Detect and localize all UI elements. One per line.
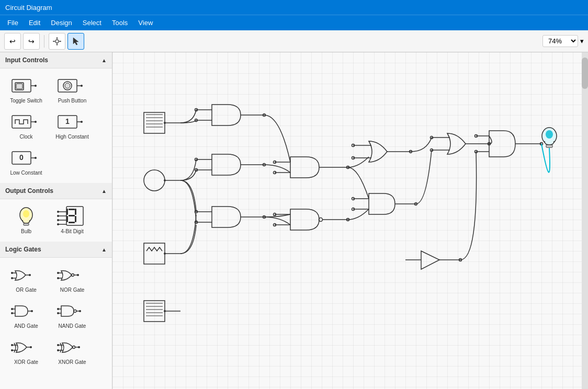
undo-button[interactable]: ↩ — [4, 33, 21, 50]
svg-point-37 — [57, 211, 59, 213]
svg-point-79 — [78, 346, 80, 348]
component-clock[interactable]: Clock — [5, 110, 47, 142]
sidebar: Input Controls ▲ Toggle Switch — [0, 52, 112, 389]
svg-point-157 — [546, 130, 553, 139]
and-gate-label: AND Gate — [14, 323, 38, 329]
svg-point-51 — [57, 272, 59, 274]
svg-point-53 — [77, 274, 79, 276]
svg-rect-26 — [69, 209, 75, 210]
input-controls-content: Toggle Switch Push Button — [0, 68, 112, 183]
circuit-canvas[interactable] — [112, 52, 588, 389]
low-constant-icon: 0 — [10, 148, 42, 169]
logic-gates-header[interactable]: Logic Gates ▲ — [0, 242, 112, 258]
low-constant-label: Low Constant — [10, 170, 42, 176]
svg-point-24 — [23, 210, 29, 218]
output-controls-content: Bulb — [0, 199, 112, 242]
nand-gate-icon — [56, 301, 88, 322]
output-controls-header[interactable]: Output Controls ▲ — [0, 183, 112, 199]
input-controls-header[interactable]: Input Controls ▲ — [0, 52, 112, 68]
clock-label: Clock — [19, 134, 32, 140]
svg-rect-3 — [16, 84, 22, 89]
toggle-switch-label: Toggle Switch — [10, 98, 42, 104]
svg-rect-30 — [66, 216, 68, 222]
component-xnor-gate[interactable]: XNOR Gate — [51, 335, 93, 367]
svg-point-78 — [57, 349, 59, 351]
component-nand-gate[interactable]: NAND Gate — [51, 299, 93, 331]
component-high-constant[interactable]: 1 High Constant — [51, 110, 93, 142]
svg-point-39 — [57, 219, 59, 221]
svg-point-90 — [164, 253, 166, 255]
svg-point-88 — [164, 179, 166, 181]
svg-point-0 — [55, 40, 59, 43]
high-constant-icon: 1 — [56, 112, 88, 133]
svg-point-21 — [35, 157, 37, 159]
svg-rect-23 — [24, 223, 29, 225]
component-xor-gate[interactable]: XOR Gate — [5, 335, 47, 367]
component-4bit-digit[interactable]: 4-Bit Digit — [51, 204, 93, 236]
component-and-gate[interactable]: AND Gate — [5, 299, 47, 331]
high-constant-label: High Constant — [55, 134, 88, 140]
push-button-icon — [56, 76, 88, 97]
or-gate-label: OR Gate — [16, 287, 36, 293]
zoom-chevron: ▾ — [580, 37, 584, 45]
4bit-digit-icon — [56, 207, 88, 227]
bulb-icon — [10, 207, 42, 227]
input-box-1 — [144, 112, 165, 133]
svg-point-5 — [35, 85, 37, 87]
input-controls-label: Input Controls — [5, 56, 48, 64]
or-gate-icon — [10, 265, 42, 286]
svg-rect-27 — [75, 209, 76, 215]
output-controls-chevron: ▲ — [101, 188, 107, 194]
bulb-label: Bulb — [21, 228, 31, 234]
menu-select[interactable]: Select — [77, 17, 107, 29]
svg-point-40 — [57, 223, 59, 225]
component-low-constant[interactable]: 0 Low Constant — [5, 146, 47, 178]
toolbar: ↩ ↪ 74% 50% 75% 100% 125% 150% ▾ — [0, 30, 588, 52]
menu-view[interactable]: View — [133, 17, 158, 29]
main-layout: Input Controls ▲ Toggle Switch — [0, 52, 588, 389]
svg-point-8 — [65, 83, 70, 88]
svg-text:1: 1 — [65, 117, 70, 125]
circuit-svg — [112, 52, 583, 389]
svg-point-45 — [11, 277, 13, 279]
select-button[interactable] — [67, 33, 84, 50]
redo-button[interactable]: ↪ — [23, 33, 40, 50]
svg-rect-32 — [69, 215, 75, 216]
svg-point-52 — [57, 277, 59, 279]
menu-file[interactable]: File — [2, 17, 24, 29]
toggle-switch-icon — [10, 76, 42, 97]
clock-icon — [10, 112, 42, 133]
svg-point-17 — [81, 121, 83, 123]
component-toggle-switch[interactable]: Toggle Switch — [5, 74, 47, 106]
input-box-3 — [144, 243, 165, 264]
output-controls-label: Output Controls — [5, 187, 53, 194]
component-or-gate[interactable]: OR Gate — [5, 263, 47, 295]
app-title: Circuit Diagram — [5, 4, 52, 12]
svg-point-46 — [29, 274, 31, 276]
xnor-gate-label: XNOR Gate — [58, 359, 86, 365]
svg-point-44 — [11, 272, 13, 274]
svg-point-60 — [74, 310, 76, 313]
svg-point-47 — [72, 274, 74, 277]
menu-edit[interactable]: Edit — [24, 17, 46, 29]
menu-design[interactable]: Design — [46, 17, 77, 29]
svg-point-77 — [57, 344, 59, 346]
logic-gates-label: Logic Gates — [5, 246, 41, 253]
4bit-digit-label: 4-Bit Digit — [61, 228, 83, 234]
menu-tools[interactable]: Tools — [107, 17, 133, 29]
svg-point-59 — [31, 310, 33, 312]
menubar: File Edit Design Select Tools View — [0, 15, 588, 30]
component-nor-gate[interactable]: NOR Gate — [51, 263, 93, 295]
svg-point-72 — [30, 346, 32, 348]
svg-point-38 — [57, 215, 59, 217]
pan-button[interactable] — [49, 33, 65, 50]
component-bulb[interactable]: Bulb — [5, 204, 47, 236]
toolbar-separator-1 — [44, 35, 44, 48]
nand-gate-label: NAND Gate — [59, 323, 86, 329]
zoom-select[interactable]: 74% 50% 75% 100% 125% 150% — [542, 35, 578, 47]
svg-text:0: 0 — [19, 153, 24, 162]
xor-gate-icon — [10, 337, 42, 358]
component-push-button[interactable]: Push Button — [51, 74, 93, 106]
svg-point-73 — [73, 346, 75, 349]
logic-gates-chevron: ▲ — [101, 247, 107, 253]
